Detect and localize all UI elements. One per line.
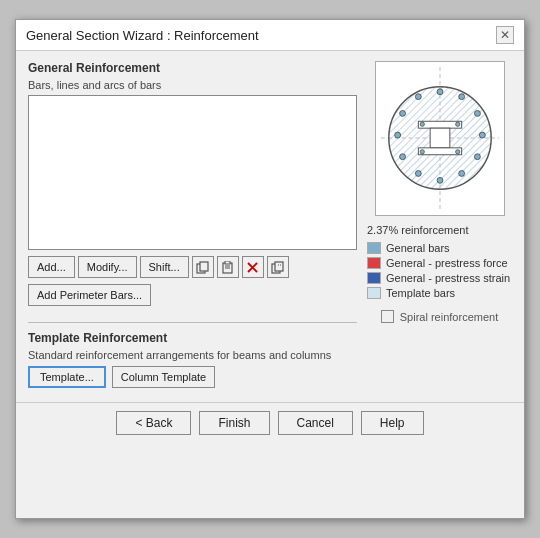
prestress-force-label: General - prestress force bbox=[386, 257, 508, 269]
svg-point-20 bbox=[458, 94, 464, 100]
prestress-strain-color bbox=[367, 272, 381, 284]
svg-point-32 bbox=[455, 122, 459, 126]
copy-icon-button[interactable] bbox=[192, 256, 214, 278]
move-icon-button[interactable] bbox=[267, 256, 289, 278]
general-bars-label: General bars bbox=[386, 242, 450, 254]
right-panel: 2.37% reinforcement General bars General… bbox=[367, 61, 512, 388]
svg-rect-1 bbox=[200, 262, 208, 271]
column-template-button[interactable]: Column Template bbox=[112, 366, 215, 388]
finish-button[interactable]: Finish bbox=[199, 411, 269, 435]
legend-item-general-bars: General bars bbox=[367, 242, 512, 254]
template-bars-label: Template bars bbox=[386, 287, 455, 299]
template-bars-color bbox=[367, 287, 381, 299]
legend-item-prestress-force: General - prestress force bbox=[367, 257, 512, 269]
svg-rect-3 bbox=[225, 261, 230, 264]
cancel-button[interactable]: Cancel bbox=[278, 411, 353, 435]
dialog-title: General Section Wizard : Reinforcement bbox=[26, 28, 259, 43]
spiral-checkbox[interactable] bbox=[381, 310, 394, 323]
svg-point-27 bbox=[399, 154, 405, 160]
back-button[interactable]: < Back bbox=[116, 411, 191, 435]
legend: General bars General - prestress force G… bbox=[367, 242, 512, 302]
divider bbox=[28, 322, 357, 323]
template-button[interactable]: Template... bbox=[28, 366, 106, 388]
copy-icon bbox=[196, 261, 209, 274]
spiral-reinforcement-row: Spiral reinforcement bbox=[381, 310, 498, 323]
delete-icon bbox=[246, 261, 259, 274]
prestress-strain-label: General - prestress strain bbox=[386, 272, 510, 284]
svg-point-34 bbox=[455, 150, 459, 154]
section-preview bbox=[375, 61, 505, 216]
svg-rect-18 bbox=[418, 148, 461, 155]
svg-point-19 bbox=[437, 89, 443, 95]
template-reinforcement: Template Reinforcement Standard reinforc… bbox=[28, 331, 357, 388]
svg-point-33 bbox=[420, 150, 424, 154]
move-icon bbox=[271, 261, 284, 274]
svg-point-26 bbox=[415, 171, 421, 177]
template-buttons: Template... Column Template bbox=[28, 366, 357, 388]
add-perimeter-button[interactable]: Add Perimeter Bars... bbox=[28, 284, 151, 306]
general-bars-color bbox=[367, 242, 381, 254]
bars-sub-label: Bars, lines and arcs of bars bbox=[28, 79, 357, 91]
dialog: General Section Wizard : Reinforcement ✕… bbox=[15, 19, 525, 519]
legend-item-template-bars: Template bars bbox=[367, 287, 512, 299]
close-button[interactable]: ✕ bbox=[496, 26, 514, 44]
svg-rect-16 bbox=[418, 121, 461, 128]
svg-rect-9 bbox=[275, 262, 283, 271]
add-button[interactable]: Add... bbox=[28, 256, 75, 278]
bars-list[interactable] bbox=[28, 95, 357, 250]
svg-point-31 bbox=[420, 122, 424, 126]
footer: < Back Finish Cancel Help bbox=[16, 402, 524, 443]
svg-point-22 bbox=[479, 132, 485, 138]
svg-point-30 bbox=[415, 94, 421, 100]
template-sub-label: Standard reinforcement arrangements for … bbox=[28, 349, 357, 361]
toolbar-row1: Add... Modify... Shift... bbox=[28, 256, 357, 278]
svg-point-29 bbox=[399, 110, 405, 116]
paste-icon bbox=[221, 261, 234, 274]
general-reinforcement-label: General Reinforcement bbox=[28, 61, 357, 75]
left-panel: General Reinforcement Bars, lines and ar… bbox=[28, 61, 357, 388]
svg-rect-17 bbox=[430, 128, 450, 148]
legend-item-prestress-strain: General - prestress strain bbox=[367, 272, 512, 284]
modify-button[interactable]: Modify... bbox=[78, 256, 137, 278]
svg-point-25 bbox=[437, 177, 443, 183]
help-button[interactable]: Help bbox=[361, 411, 424, 435]
svg-point-21 bbox=[474, 110, 480, 116]
prestress-force-color bbox=[367, 257, 381, 269]
preview-svg bbox=[376, 62, 504, 215]
title-bar: General Section Wizard : Reinforcement ✕ bbox=[16, 20, 524, 51]
spiral-label: Spiral reinforcement bbox=[400, 311, 498, 323]
svg-point-24 bbox=[458, 171, 464, 177]
svg-point-23 bbox=[474, 154, 480, 160]
paste-icon-button[interactable] bbox=[217, 256, 239, 278]
delete-icon-button[interactable] bbox=[242, 256, 264, 278]
shift-button[interactable]: Shift... bbox=[140, 256, 189, 278]
svg-point-28 bbox=[394, 132, 400, 138]
main-content: General Reinforcement Bars, lines and ar… bbox=[16, 51, 524, 398]
template-section-label: Template Reinforcement bbox=[28, 331, 357, 345]
reinforcement-pct: 2.37% reinforcement bbox=[367, 224, 512, 236]
